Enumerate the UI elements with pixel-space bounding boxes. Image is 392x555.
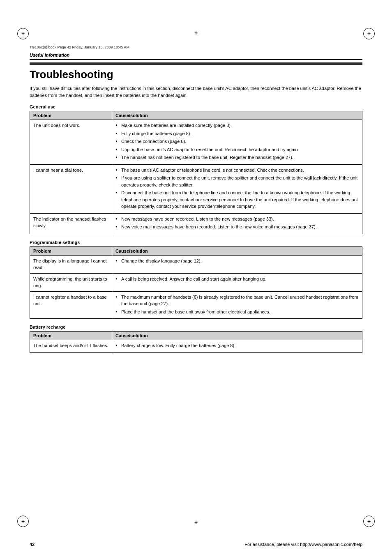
list-item: Fully charge the batteries (page 8).: [115, 130, 359, 137]
problem-cell: The display is in a language I cannot re…: [30, 255, 112, 273]
page-number: 42: [30, 542, 35, 547]
problem-cell: While programming, the unit starts to ri…: [30, 273, 112, 291]
solution-list: New messages have been recorded. Listen …: [115, 216, 359, 230]
solution-list: Battery charge is low. Fully charge the …: [115, 342, 359, 349]
section-title: Useful Information: [30, 53, 362, 58]
problem-cell: The indicator on the handset flashes slo…: [30, 213, 112, 234]
list-item: Unplug the base unit's AC adaptor to res…: [115, 146, 359, 153]
content-area: TG106x(e).book Page 42 Friday, January 1…: [30, 45, 362, 518]
general-use-heading: General use: [30, 104, 362, 109]
table-row: The unit does not work. Make sure the ba…: [30, 120, 362, 165]
battery-table: Problem Cause/solution The handset beeps…: [30, 331, 362, 353]
programmable-heading: Programmable settings: [30, 240, 362, 245]
solution-cell: Battery charge is low. Fully charge the …: [112, 340, 362, 353]
page-footer: 42 For assistance, please visit http://w…: [30, 542, 362, 547]
col-cause-header-3: Cause/solution: [112, 332, 362, 340]
cross-bottom-center: +: [193, 519, 199, 525]
list-item: Place the handset and the base unit away…: [115, 309, 359, 315]
list-item: The maximum number of handsets (6) is al…: [115, 294, 359, 307]
file-info: TG106x(e).book Page 42 Friday, January 1…: [30, 45, 362, 49]
problem-cell: I cannot register a handset to a base un…: [30, 291, 112, 319]
battery-recharge-section: Battery recharge Problem Cause/solution …: [30, 325, 362, 353]
solution-cell: Change the display language (page 12).: [112, 255, 362, 273]
list-item: Change the display language (page 12).: [115, 258, 359, 265]
list-item: The handset has not been registered to t…: [115, 154, 359, 161]
top-divider: [30, 59, 362, 60]
list-item: Make sure the batteries are installed co…: [115, 122, 359, 129]
corner-mark-br: [363, 516, 375, 527]
list-item: Disconnect the base unit from the teleph…: [115, 189, 359, 210]
footer-url: For assistance, please visit http://www.…: [244, 542, 362, 547]
section-divider: [30, 62, 362, 65]
col-problem-header-3: Problem: [30, 332, 112, 340]
solution-list: Make sure the batteries are installed co…: [115, 122, 359, 161]
list-item: Battery charge is low. Fully charge the …: [115, 342, 359, 349]
battery-heading: Battery recharge: [30, 325, 362, 329]
list-item: New voice mail messages have been record…: [115, 223, 359, 230]
solution-list: A call is being received. Answer the cal…: [115, 276, 359, 283]
list-item: A call is being received. Answer the cal…: [115, 276, 359, 283]
solution-cell: The maximum number of handsets (6) is al…: [112, 291, 362, 319]
list-item: Check the connections (page 8).: [115, 138, 359, 145]
corner-mark-tr: [363, 28, 375, 39]
table-row: The indicator on the handset flashes slo…: [30, 213, 362, 234]
solution-list: Change the display language (page 12).: [115, 258, 359, 265]
col-problem-header-1: Problem: [30, 111, 112, 120]
problem-cell: The handset beeps and/or ☐ flashes.: [30, 340, 112, 353]
solution-cell: A call is being received. Answer the cal…: [112, 273, 362, 291]
table-row: I cannot register a handset to a base un…: [30, 291, 362, 319]
table-row: The handset beeps and/or ☐ flashes. Batt…: [30, 340, 362, 353]
col-problem-header-2: Problem: [30, 246, 112, 255]
solution-list: The maximum number of handsets (6) is al…: [115, 294, 359, 315]
intro-paragraph: If you still have difficulties after fol…: [30, 85, 362, 99]
corner-mark-tl: [17, 28, 29, 39]
problem-cell: I cannot hear a dial tone.: [30, 164, 112, 213]
list-item: The base unit's AC adaptor or telephone …: [115, 167, 359, 174]
programmable-table: Problem Cause/solution The display is in…: [30, 246, 362, 319]
col-cause-header-2: Cause/solution: [112, 246, 362, 255]
table-row: I cannot hear a dial tone. The base unit…: [30, 164, 362, 213]
solution-list: The base unit's AC adaptor or telephone …: [115, 167, 359, 210]
programmable-settings-section: Programmable settings Problem Cause/solu…: [30, 240, 362, 319]
list-item: If you are using a splitter to connect t…: [115, 175, 359, 188]
solution-cell: New messages have been recorded. Listen …: [112, 213, 362, 234]
general-use-section: General use Problem Cause/solution The u…: [30, 104, 362, 234]
general-use-table: Problem Cause/solution The unit does not…: [30, 111, 362, 234]
corner-mark-bl: [17, 516, 29, 527]
table-row: The display is in a language I cannot re…: [30, 255, 362, 273]
solution-cell: The base unit's AC adaptor or telephone …: [112, 164, 362, 213]
problem-cell: The unit does not work.: [30, 120, 112, 165]
col-cause-header-1: Cause/solution: [112, 111, 362, 120]
table-row: While programming, the unit starts to ri…: [30, 273, 362, 291]
cross-top-center: +: [193, 30, 199, 36]
list-item: New messages have been recorded. Listen …: [115, 216, 359, 223]
page: + + TG106x(e).book Page 42 Friday, Janua…: [0, 0, 392, 555]
solution-cell: Make sure the batteries are installed co…: [112, 120, 362, 165]
page-title: Troubleshooting: [30, 68, 362, 81]
